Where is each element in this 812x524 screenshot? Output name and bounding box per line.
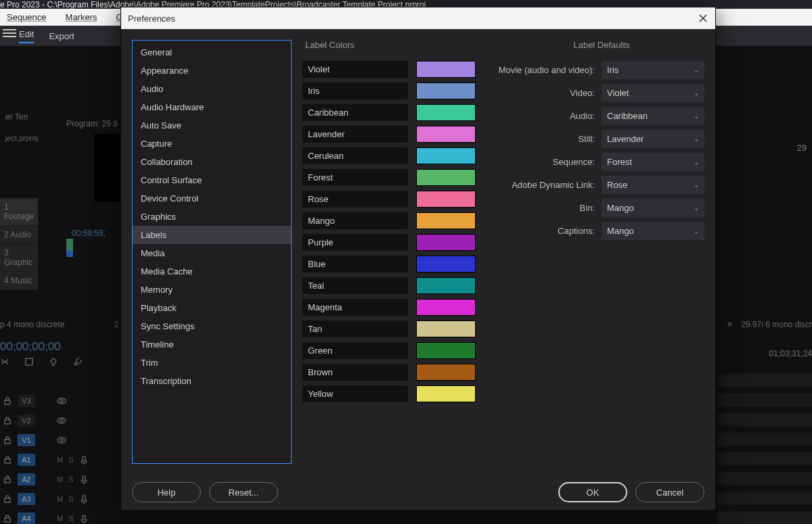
color-swatch-purple[interactable] [416, 234, 476, 251]
bin-graphic[interactable]: 3 Graphic [0, 244, 38, 272]
menu-markers[interactable]: Markers [66, 12, 97, 22]
category-labels[interactable]: Labels [133, 226, 291, 244]
marker-icon[interactable] [49, 357, 58, 366]
lock-icon[interactable] [3, 494, 12, 504]
color-swatch-violet[interactable] [416, 61, 476, 78]
sequence-tab-label[interactable]: p 4 mono discrete 2 [0, 320, 118, 329]
color-swatch-iris[interactable] [416, 82, 476, 99]
label-color-name-input[interactable] [302, 61, 408, 78]
label-color-name-input[interactable] [302, 147, 408, 164]
mic-icon[interactable] [79, 494, 89, 504]
mic-icon[interactable] [79, 455, 89, 465]
category-transcription[interactable]: Transcription [133, 372, 291, 390]
lock-icon[interactable] [3, 475, 12, 484]
label-color-name-input[interactable] [302, 191, 408, 208]
label-color-name-input[interactable] [302, 320, 408, 337]
bin-footage[interactable]: 1 Footage [0, 198, 38, 226]
wrench-icon[interactable] [73, 357, 83, 366]
category-trim[interactable]: Trim [133, 354, 291, 372]
track-badge[interactable]: V1 [18, 434, 35, 446]
track-badge[interactable]: V2 [18, 414, 35, 427]
label-default-select[interactable]: Caribbean⌄ [602, 107, 704, 125]
label-color-name-input[interactable] [302, 364, 408, 381]
label-color-name-input[interactable] [302, 104, 408, 121]
category-graphics[interactable]: Graphics [133, 208, 291, 226]
label-default-select[interactable]: Iris⌄ [602, 61, 704, 79]
color-swatch-forest[interactable] [416, 169, 476, 186]
category-capture[interactable]: Capture [133, 135, 291, 153]
category-media[interactable]: Media [133, 244, 291, 262]
category-auto-save[interactable]: Auto Save [133, 116, 291, 135]
close-icon[interactable]: × [727, 320, 732, 329]
workspace-edit[interactable]: Edit [19, 29, 34, 43]
menu-sequence[interactable]: Sequence [7, 12, 47, 22]
category-list[interactable]: GeneralAppearanceAudioAudio HardwareAuto… [132, 40, 292, 464]
cancel-button[interactable]: Cancel [635, 482, 704, 502]
label-default-select[interactable]: Mango⌄ [602, 222, 704, 240]
mic-icon[interactable] [79, 514, 89, 523]
lock-icon[interactable] [3, 416, 12, 425]
category-sync-settings[interactable]: Sync Settings [133, 317, 291, 335]
label-default-select[interactable]: Violet⌄ [602, 84, 704, 102]
color-swatch-teal[interactable] [416, 277, 476, 294]
track-v2[interactable]: V2 [0, 410, 122, 430]
panel-tab[interactable]: er Ten [0, 110, 43, 124]
category-collaboration[interactable]: Collaboration [133, 153, 291, 171]
track-v3[interactable]: V3 [0, 391, 122, 410]
reset-button[interactable]: Reset... [209, 482, 278, 502]
label-color-name-input[interactable] [302, 212, 408, 229]
track-a2[interactable]: A2 MS [0, 469, 122, 489]
category-appearance[interactable]: Appearance [133, 62, 291, 80]
category-media-cache[interactable]: Media Cache [133, 262, 291, 281]
eye-icon[interactable] [57, 396, 66, 406]
label-default-select[interactable]: Mango⌄ [602, 199, 704, 217]
track-badge[interactable]: A3 [18, 493, 35, 505]
label-color-name-input[interactable] [302, 82, 408, 99]
lock-icon[interactable] [3, 514, 12, 523]
ok-button[interactable]: OK [558, 482, 627, 502]
eye-icon[interactable] [57, 416, 66, 425]
color-swatch-blue[interactable] [416, 256, 476, 272]
help-button[interactable]: Help [132, 482, 201, 502]
label-color-name-input[interactable] [302, 277, 408, 294]
category-control-surface[interactable]: Control Surface [133, 171, 291, 189]
track-badge[interactable]: A1 [18, 454, 35, 466]
label-color-name-input[interactable] [302, 169, 408, 186]
track-badge[interactable]: V3 [18, 395, 35, 407]
color-swatch-tan[interactable] [416, 320, 476, 337]
hamburger-icon[interactable] [3, 27, 16, 41]
close-button[interactable] [696, 11, 710, 25]
label-color-name-input[interactable] [302, 385, 408, 402]
category-audio-hardware[interactable]: Audio Hardware [133, 98, 291, 116]
track-a4[interactable]: A4 MS [0, 508, 122, 524]
lock-icon[interactable] [3, 396, 12, 406]
category-timeline[interactable]: Timeline [133, 335, 291, 354]
color-swatch-cerulean[interactable] [416, 147, 476, 164]
track-badge[interactable]: A2 [18, 473, 35, 485]
label-default-select[interactable]: Forest⌄ [602, 153, 704, 171]
track-v1[interactable]: V1 [0, 430, 122, 450]
workspace-export[interactable]: Export [49, 31, 74, 41]
lock-icon[interactable] [3, 455, 12, 465]
color-swatch-rose[interactable] [416, 191, 476, 208]
category-audio[interactable]: Audio [133, 80, 291, 98]
mic-icon[interactable] [79, 475, 89, 484]
right-sequence-tab[interactable]: × 29.97i 6 mono discr [727, 320, 812, 329]
color-swatch-brown[interactable] [416, 364, 476, 381]
label-color-name-input[interactable] [302, 126, 408, 143]
color-swatch-yellow[interactable] [416, 385, 476, 402]
lock-icon[interactable] [3, 435, 12, 445]
color-swatch-caribbean[interactable] [416, 104, 476, 121]
snap-icon[interactable] [0, 357, 9, 366]
bin-audio[interactable]: 2 Audio [0, 226, 38, 244]
category-device-control[interactable]: Device Control [133, 189, 291, 208]
bin-music[interactable]: 4 Music [0, 272, 38, 290]
label-color-name-input[interactable] [302, 256, 408, 272]
category-general[interactable]: General [133, 43, 291, 62]
track-badge[interactable]: A4 [18, 513, 35, 525]
track-a1[interactable]: A1 MS [0, 450, 122, 469]
label-color-name-input[interactable] [302, 299, 408, 316]
label-default-select[interactable]: Rose⌄ [602, 176, 704, 194]
linked-selection-icon[interactable] [24, 357, 34, 366]
color-swatch-magenta[interactable] [416, 299, 476, 316]
